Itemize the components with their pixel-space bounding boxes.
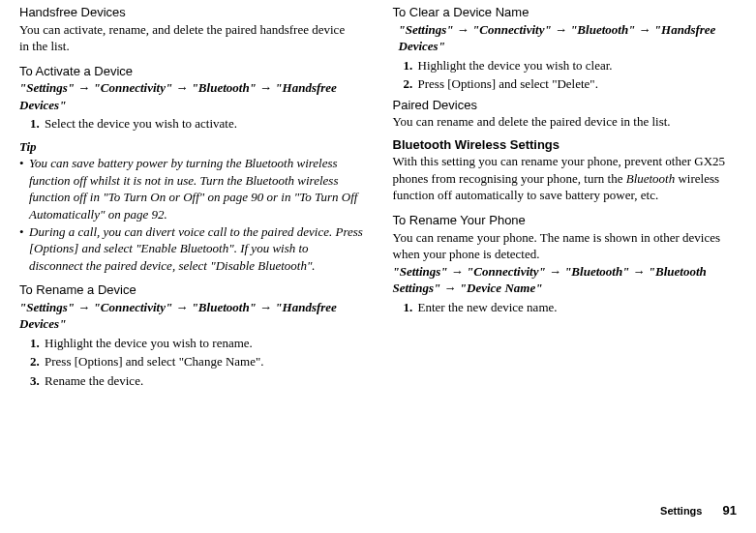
- path-activate: "Settings" → "Connectivity" → "Bluetooth…: [19, 79, 364, 113]
- heading-handsfree-devices: Handsfree Devices: [19, 4, 364, 21]
- tip-heading: Tip: [19, 138, 364, 156]
- tip-item: During a call, you can divert voice call…: [29, 223, 364, 275]
- rename-phone-intro: You can rename your phone. The name is s…: [393, 229, 738, 263]
- step: Highlight the device you wish to rename.: [43, 335, 364, 352]
- tip-item: You can save battery power by turning th…: [29, 155, 364, 222]
- footer-page-number: 91: [723, 503, 737, 518]
- steps-rename-phone: Enter the new device name.: [393, 299, 738, 316]
- path-rename-phone: "Settings" → "Connectivity" → "Bluetooth…: [393, 263, 738, 297]
- step: Enter the new device name.: [416, 299, 738, 316]
- handsfree-intro: You can activate, rename, and delete the…: [19, 21, 364, 55]
- step: Press [Options] and select "Change Name"…: [43, 353, 364, 370]
- step: Rename the device.: [43, 372, 364, 390]
- heading-rename-device: To Rename a Device: [19, 281, 364, 299]
- left-column: Handsfree Devices You can activate, rena…: [19, 0, 364, 391]
- steps-clear: Highlight the device you wish to clear. …: [393, 57, 738, 93]
- steps-activate: Select the device you wish to activate.: [19, 115, 364, 133]
- heading-paired-devices: Paired Devices: [393, 97, 738, 114]
- step: Press [Options] and select "Delete".: [416, 75, 738, 93]
- heading-clear-device-name: To Clear a Device Name: [393, 4, 738, 21]
- step: Highlight the device you wish to clear.: [416, 57, 738, 74]
- page-footer: Settings 91: [660, 502, 737, 519]
- path-rename: "Settings" → "Connectivity" → "Bluetooth…: [19, 299, 364, 333]
- bt-intro: With this setting you can rename your ph…: [393, 153, 738, 204]
- tip-list: You can save battery power by turning th…: [19, 155, 364, 274]
- paired-intro: You can rename and delete the paired dev…: [393, 113, 738, 131]
- step: Select the device you wish to activate.: [43, 115, 364, 133]
- right-column: To Clear a Device Name "Settings" → "Con…: [393, 0, 738, 391]
- heading-bt-settings: Bluetooth Wireless Settings: [393, 136, 738, 154]
- heading-activate-device: To Activate a Device: [19, 63, 364, 80]
- steps-rename: Highlight the device you wish to rename.…: [19, 335, 364, 390]
- path-clear: "Settings" → "Connectivity" → "Bluetooth…: [399, 21, 738, 55]
- heading-rename-phone: To Rename Your Phone: [393, 212, 738, 229]
- footer-section: Settings: [660, 505, 702, 517]
